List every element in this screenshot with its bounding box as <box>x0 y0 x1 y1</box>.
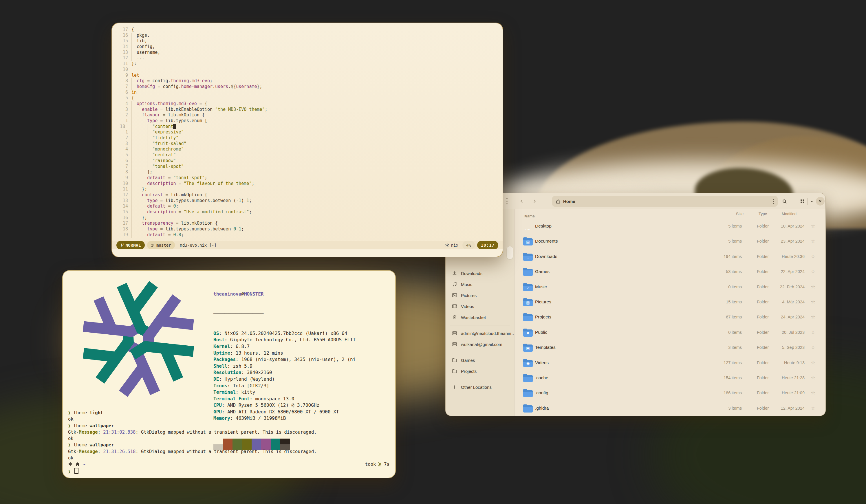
location-menu-button[interactable] <box>773 198 774 205</box>
code-line[interactable]: 16pkgs, <box>112 33 503 38</box>
code-line[interactable]: 6in <box>112 90 503 96</box>
path-bar[interactable]: Home <box>552 196 778 207</box>
close-button[interactable] <box>816 197 825 205</box>
code-line[interactable]: 4options.theming.md3-evo = { <box>112 101 503 107</box>
sidebar-item-projects[interactable]: Projects <box>446 366 514 377</box>
file-row[interactable]: ♪Music0 itemsFolder22. Feb 2024☆ <box>514 280 825 295</box>
star-button[interactable]: ☆ <box>809 405 817 411</box>
file-row[interactable]: ☻Public0 itemsFolder20. Jul 2023☆ <box>514 325 825 340</box>
sidebar-item-other-locations[interactable]: Other Locations <box>446 382 514 393</box>
code-line[interactable]: 9default = "tonal-spot"; <box>112 175 503 181</box>
pane-resize-handle-icon[interactable] <box>507 198 508 206</box>
folder-icon <box>523 404 533 413</box>
editor-code[interactable]: 17{16pkgs,15lib,14config,13username,12..… <box>112 23 503 238</box>
code-line[interactable]: 1type = lib.types.enum [ <box>112 118 503 124</box>
code-line[interactable]: 14default = 0; <box>112 203 503 209</box>
code-line[interactable]: 11}: <box>112 61 503 67</box>
grid-view-icon <box>800 199 805 204</box>
code-line[interactable]: 10description = "The flavour of the them… <box>112 181 503 187</box>
chevron-left-icon <box>519 199 524 203</box>
code-line[interactable]: 8]; <box>112 169 503 175</box>
code-line[interactable]: 3enable = lib.mkEnableOption "the MD3-EV… <box>112 107 503 113</box>
code-line[interactable]: 17transparency = lib.mkOption { <box>112 221 503 226</box>
code-line[interactable]: 15description = "Use a modified contrast… <box>112 209 503 215</box>
forward-button[interactable] <box>530 197 539 205</box>
column-header-size[interactable]: Size <box>736 212 744 216</box>
file-name: md3-evo.nix [-] <box>180 241 216 249</box>
star-button[interactable]: ☆ <box>809 253 817 260</box>
file-modified: Heute 21:28 <box>764 376 804 380</box>
public-emblem-icon: ☻ <box>523 331 533 336</box>
sidebar-item-wulkanat-gmail-com[interactable]: wulkanat@gmail.com <box>446 339 514 350</box>
file-row[interactable]: .cache154 itemsFolderHeute 21:28☆ <box>514 371 825 386</box>
file-row[interactable]: ◉Videos127 itemsFolderHeute 9:13☆ <box>514 356 825 371</box>
file-row[interactable]: ▤Documents5 itemsFolder23. Apr 2024☆ <box>514 234 825 249</box>
code-line[interactable]: 5"neutral" <box>112 152 503 158</box>
code-line[interactable]: 2"fidelity" <box>112 135 503 141</box>
star-button[interactable]: ☆ <box>809 223 817 229</box>
sidebar-item-pictures[interactable]: Pictures <box>446 290 514 301</box>
code-line[interactable]: 10 <box>112 67 503 72</box>
code-line[interactable]: 7"tonal-spot" <box>112 164 503 170</box>
sidebar-item-games[interactable]: Games <box>446 355 514 366</box>
back-button[interactable] <box>518 197 526 205</box>
file-row[interactable]: Projects67 itemsFolder24. Apr 2024☆ <box>514 310 825 325</box>
file-row[interactable]: Games53 itemsFolder22. Apr 2024☆ <box>514 265 825 280</box>
sidebar-scrollbar[interactable] <box>507 246 513 259</box>
sidebar-item-videos[interactable]: Videos <box>446 301 514 312</box>
code-line[interactable]: 8cfg = config.theming.md3-evo; <box>112 78 503 84</box>
code-line[interactable]: 15lib, <box>112 38 503 44</box>
file-row[interactable]: ▣Templates3 itemsFolder5. Sep 2023☆ <box>514 340 825 356</box>
line-number: 12 <box>112 55 128 61</box>
column-header-type[interactable]: Type <box>758 212 767 216</box>
file-row[interactable]: Desktop5 itemsFolder10. Apr 2024☆ <box>514 219 825 234</box>
code-line[interactable]: 19default = 0.8; <box>112 232 503 238</box>
star-button[interactable]: ☆ <box>809 238 817 244</box>
view-options-caret-button[interactable] <box>808 197 815 206</box>
star-button[interactable]: ☆ <box>809 344 817 350</box>
shell-command: ❯ theme light <box>68 410 389 416</box>
view-grid-button[interactable] <box>797 197 807 206</box>
file-row[interactable]: .ghidra3 itemsFolder12. Apr 2024☆ <box>514 401 825 416</box>
star-button[interactable]: ☆ <box>809 329 817 336</box>
search-button[interactable] <box>780 197 790 206</box>
code-line[interactable]: 1"expressive" <box>112 130 503 135</box>
code-line[interactable]: 13username, <box>112 50 503 56</box>
star-button[interactable]: ☆ <box>809 299 817 305</box>
code-line[interactable]: 6"rainbow" <box>112 158 503 164</box>
column-header-modified[interactable]: Modified <box>782 212 797 216</box>
code-line[interactable]: 11}; <box>112 187 503 192</box>
star-button[interactable]: ☆ <box>809 360 817 366</box>
star-button[interactable]: ☆ <box>809 284 817 290</box>
code-line[interactable]: 2flavour = lib.mkOption { <box>112 112 503 118</box>
code-line[interactable]: 4"monochrome" <box>112 146 503 152</box>
code-line[interactable]: 18type = lib.types.numbers.between 0 1; <box>112 226 503 232</box>
code-line[interactable]: 13type = lib.types.numbers.between (-1) … <box>112 198 503 204</box>
star-button[interactable]: ☆ <box>809 314 817 320</box>
sidebar-item-music[interactable]: Music <box>446 279 514 290</box>
code-line[interactable]: 12contrast = lib.mkOption { <box>112 192 503 198</box>
code-line[interactable]: 16}; <box>112 215 503 221</box>
sidebar-item-wastebasket[interactable]: Wastebasket <box>446 312 514 323</box>
file-row[interactable]: ▦Pictures15 itemsFolder4. Mär 2024☆ <box>514 295 825 310</box>
code-line[interactable]: 18"content" <box>112 124 503 130</box>
code-line[interactable]: 17{ <box>112 27 503 33</box>
sidebar-item-downloads[interactable]: Downloads <box>446 268 514 279</box>
file-size: 127 items <box>688 360 742 365</box>
star-button[interactable]: ☆ <box>809 390 817 396</box>
star-button[interactable]: ☆ <box>809 268 817 275</box>
code-line[interactable]: 14config, <box>112 44 503 50</box>
line-number: 10 <box>112 67 128 72</box>
code-line[interactable]: 5{ <box>112 95 503 101</box>
code-line[interactable]: 7homeCfg = config.home-manager.users.${u… <box>112 84 503 90</box>
star-button[interactable]: ☆ <box>809 374 817 381</box>
sidebar-item-admin-nextcloud-theanin-[interactable]: admin@nextcloud.theanin… <box>446 328 514 339</box>
file-row[interactable]: .config186 itemsFolderHeute 21:09☆ <box>514 386 825 401</box>
file-row[interactable]: ↓Downloads194 itemsFolderHeute 20:36☆ <box>514 249 825 265</box>
code-line[interactable]: 3"fruit-salad" <box>112 141 503 147</box>
folder-icon <box>523 268 533 277</box>
terminal-window[interactable]: theaninova@MONSTER ────────────────── OS… <box>62 270 396 478</box>
desktop[interactable]: Home DownloadsMusicPicturesVideosWasteba… <box>0 0 866 504</box>
code-line[interactable]: 12... <box>112 55 503 61</box>
code-line[interactable]: 9let <box>112 72 503 78</box>
